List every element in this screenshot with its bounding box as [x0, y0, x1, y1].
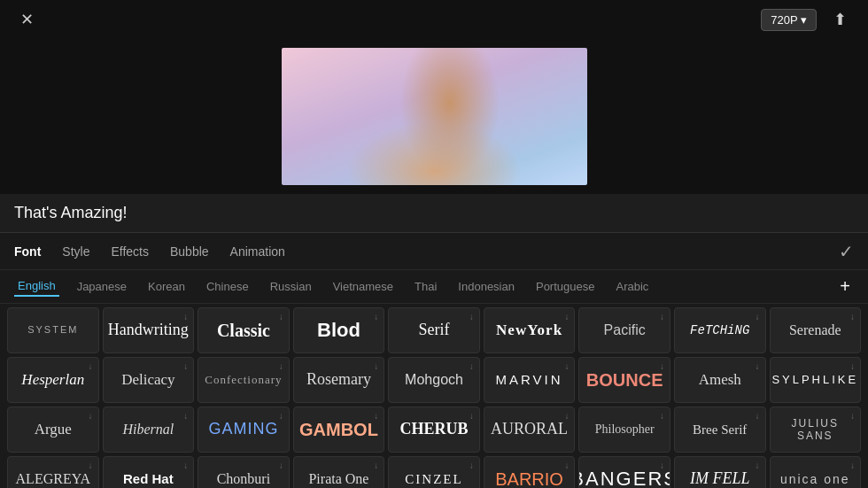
download-icon-pirataone: ↓	[374, 461, 378, 470]
font-label-cinzel: CINZEL	[401, 471, 466, 487]
font-cell-cherub[interactable]: ↓CHERUB	[388, 407, 480, 453]
font-cell-gaming[interactable]: ↓GAMING	[198, 407, 290, 453]
font-cell-unicaone[interactable]: ↓unica one	[770, 456, 862, 488]
font-label-amesh: Amesh	[695, 371, 745, 389]
download-icon-sylphlike: ↓	[850, 361, 855, 371]
font-cell-bounce[interactable]: ↓BOUNCE	[578, 357, 670, 403]
font-label-argue: Argue	[31, 421, 75, 438]
download-icon-auroral: ↓	[564, 411, 569, 421]
font-cell-blod[interactable]: ↓Blod	[293, 307, 385, 353]
font-cell-hibernal[interactable]: ↓Hibernal	[103, 407, 195, 453]
font-cell-marvin[interactable]: ↓MARVIN	[484, 357, 576, 403]
font-cell-juliussans[interactable]: ↓JULIUS SANS	[770, 407, 862, 453]
download-icon-amesh: ↓	[756, 361, 760, 371]
font-label-bangers: BANGERS	[578, 468, 670, 488]
font-cell-bangers[interactable]: ↓BANGERS	[578, 456, 670, 488]
download-icon-gaming: ↓	[279, 411, 283, 421]
download-icon-cherub: ↓	[469, 411, 474, 421]
font-label-fetching: FeTCHiNG	[686, 323, 753, 338]
font-label-classic: Classic	[213, 320, 274, 341]
font-label-marvin: MARVIN	[492, 372, 567, 388]
tab-animation[interactable]: Animation	[230, 241, 285, 262]
upload-button[interactable]: ⬆	[825, 5, 854, 34]
font-cell-auroral[interactable]: ↓AURORAL	[484, 407, 576, 453]
font-cell-newyork[interactable]: ↓NewYork	[484, 307, 576, 353]
tab-bubble[interactable]: Bubble	[170, 241, 209, 262]
download-icon-cinzel: ↓	[469, 461, 474, 470]
font-label-philosopher: Philosopher	[592, 422, 658, 438]
font-cell-amesh[interactable]: ↓Amesh	[674, 357, 766, 403]
font-cell-system[interactable]: SYSTEM	[7, 307, 99, 353]
download-icon-bangers: ↓	[660, 461, 664, 470]
font-label-blod: Blod	[314, 319, 364, 342]
font-cell-confectionary[interactable]: ↓Confectionary	[198, 357, 290, 403]
font-cell-barrio[interactable]: ↓BARRIO	[484, 456, 576, 488]
font-cell-gambol[interactable]: ↓GAMBOL	[293, 407, 385, 453]
font-label-breeserif: Bree Serif	[689, 422, 750, 438]
font-label-pacific: Pacific	[601, 321, 649, 338]
download-icon-marvin: ↓	[564, 361, 569, 371]
video-thumbnail	[282, 48, 587, 185]
download-icon-delicacy: ↓	[183, 361, 188, 371]
font-cell-rosemary[interactable]: ↓Rosemary	[293, 357, 385, 403]
tab-font[interactable]: Font	[14, 241, 41, 262]
download-icon-chonburi: ↓	[279, 461, 283, 470]
font-cell-imfell[interactable]: ↓IM FELL	[674, 456, 766, 488]
font-cell-philosopher[interactable]: ↓Philosopher	[578, 407, 670, 453]
download-icon-classic: ↓	[279, 312, 283, 321]
font-label-hibernal: Hibernal	[119, 421, 177, 438]
lang-russian[interactable]: Russian	[267, 277, 315, 296]
download-icon-handwriting: ↓	[183, 312, 188, 321]
font-cell-serif[interactable]: ↓Serif	[388, 307, 480, 353]
caption-text: That's Amazing!	[14, 204, 128, 222]
font-cell-cinzel[interactable]: ↓CINZEL	[388, 456, 480, 488]
font-cell-sylphlike[interactable]: ↓SYLPHLIKE	[770, 357, 862, 403]
lang-indonesian[interactable]: Indonesian	[454, 277, 518, 296]
font-cell-delicacy[interactable]: ↓Delicacy	[103, 357, 195, 403]
font-row-0: SYSTEM↓Handwriting↓Classic↓Blod↓Serif↓Ne…	[7, 307, 861, 353]
download-icon-breeserif: ↓	[756, 411, 760, 421]
lang-arabic[interactable]: Arabic	[612, 277, 652, 296]
close-button[interactable]: ✕	[14, 7, 39, 32]
font-label-unicaone: unica one	[777, 472, 854, 487]
check-icon[interactable]: ✓	[839, 241, 854, 262]
lang-korean[interactable]: Korean	[144, 277, 189, 296]
font-cell-serenade[interactable]: ↓Serenade	[770, 307, 862, 353]
download-icon-hesperlan: ↓	[89, 361, 93, 371]
font-label-system: SYSTEM	[24, 324, 81, 336]
font-cell-mohgoch[interactable]: ↓Mohgoch	[388, 357, 480, 403]
lang-vietnamese[interactable]: Vietnamese	[329, 277, 397, 296]
download-icon-philosopher: ↓	[660, 411, 664, 421]
font-label-sylphlike: SYLPHLIKE	[770, 373, 862, 387]
font-label-barrio: BARRIO	[492, 469, 567, 488]
tab-effects[interactable]: Effects	[111, 241, 149, 262]
font-cell-alegreya[interactable]: ↓ALEGREYA	[7, 456, 99, 488]
download-icon-hibernal: ↓	[183, 411, 188, 421]
font-cell-pacific[interactable]: ↓Pacific	[578, 307, 670, 353]
font-label-gambol: GAMBOL	[296, 419, 382, 440]
font-cell-classic[interactable]: ↓Classic	[198, 307, 290, 353]
tab-style[interactable]: Style	[62, 241, 89, 262]
lang-english[interactable]: English	[14, 276, 59, 297]
lang-thai[interactable]: Thai	[411, 277, 440, 296]
font-label-gaming: GAMING	[205, 420, 282, 439]
font-cell-pirataone[interactable]: ↓Pirata One	[293, 456, 385, 488]
font-cell-breeserif[interactable]: ↓Bree Serif	[674, 407, 766, 453]
font-cell-redhat[interactable]: ↓Red Hat	[103, 456, 195, 488]
font-label-cherub: CHERUB	[397, 420, 472, 439]
download-icon-newyork: ↓	[564, 312, 569, 321]
font-label-confectionary: Confectionary	[201, 373, 285, 387]
font-cell-argue[interactable]: ↓Argue	[7, 407, 99, 453]
lang-portuguese[interactable]: Portuguese	[532, 277, 599, 296]
font-cell-handwriting[interactable]: ↓Handwriting	[103, 307, 195, 353]
quality-button[interactable]: 720P ▾	[761, 9, 817, 31]
lang-chinese[interactable]: Chinese	[203, 277, 252, 296]
font-label-chonburi: Chonburi	[213, 470, 274, 487]
download-icon-imfell: ↓	[756, 461, 760, 470]
font-cell-chonburi[interactable]: ↓Chonburi	[198, 456, 290, 488]
font-cell-fetching[interactable]: ↓FeTCHiNG	[674, 307, 766, 353]
top-right-controls: 720P ▾ ⬆	[761, 5, 854, 34]
font-cell-hesperlan[interactable]: ↓Hesperlan	[7, 357, 99, 403]
add-language-button[interactable]: +	[836, 276, 854, 297]
lang-japanese[interactable]: Japanese	[74, 277, 130, 296]
